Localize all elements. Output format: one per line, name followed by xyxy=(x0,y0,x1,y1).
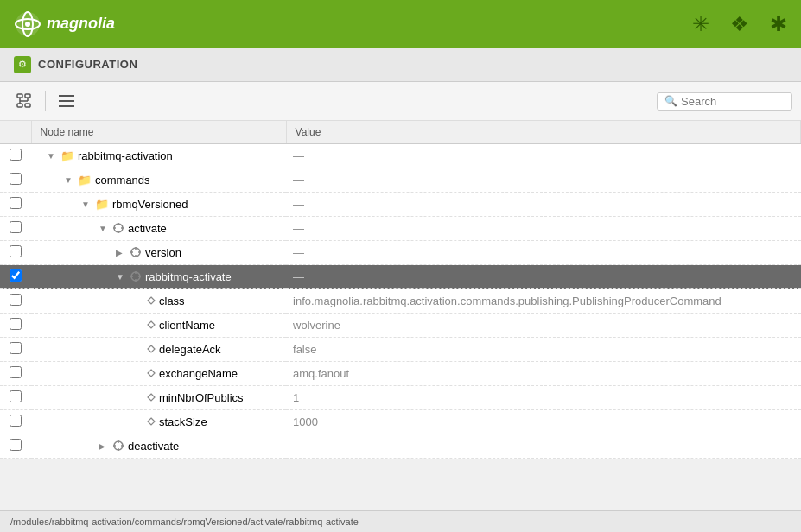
node-name-text: rabbitmq-activation xyxy=(78,149,173,162)
diamond-icon xyxy=(147,417,156,428)
node-name-cell[interactable]: 📁commands xyxy=(31,168,286,193)
node-name-cell[interactable]: delegateAck xyxy=(31,338,286,362)
node-name-cell[interactable]: minNbrOfPublics xyxy=(31,386,286,410)
svg-marker-30 xyxy=(148,297,155,304)
tree-table: Node name Value 📁rabbitmq-activation—📁co… xyxy=(0,121,801,459)
row-checkbox[interactable] xyxy=(10,318,22,330)
row-checkbox[interactable] xyxy=(10,197,22,209)
search-input[interactable] xyxy=(681,95,785,108)
asterisk-icon[interactable]: ✱ xyxy=(770,12,787,36)
row-checkbox[interactable] xyxy=(10,294,22,306)
diamond-icon xyxy=(147,345,156,355)
diamond-icon xyxy=(147,320,156,331)
table-row: rabbitmq-activate— xyxy=(0,265,801,289)
svg-rect-4 xyxy=(17,94,22,98)
value-cell: 1000 xyxy=(286,410,800,434)
expand-icon[interactable] xyxy=(99,441,109,451)
breadcrumb-label: CONFIGURATION xyxy=(38,58,137,71)
topbar: magnolia ✳ ❖ ✱ xyxy=(0,0,801,48)
table-row: classinfo.magnolia.rabbitmq.activation.c… xyxy=(0,289,801,314)
expand-icon[interactable] xyxy=(116,248,126,257)
node-name-cell[interactable]: version xyxy=(31,241,286,265)
node-name-text: clientName xyxy=(159,319,215,332)
node-name-cell[interactable]: stackSize xyxy=(31,410,286,434)
crosshair-icon xyxy=(112,222,124,236)
breadcrumb-bar: ⚙ CONFIGURATION xyxy=(0,48,801,82)
table-row: version— xyxy=(0,241,801,265)
node-name-text: activate xyxy=(128,222,167,235)
folder-icon: 📁 xyxy=(95,198,109,211)
svg-marker-34 xyxy=(148,394,155,401)
cross-icon[interactable]: ✳ xyxy=(692,12,709,36)
logo: magnolia xyxy=(14,10,115,38)
row-checkbox[interactable] xyxy=(10,221,22,233)
row-checkbox[interactable] xyxy=(10,173,22,185)
svg-point-3 xyxy=(25,22,30,27)
node-name-cell[interactable]: 📁rbmqVersioned xyxy=(31,193,286,217)
node-name-cell[interactable]: activate xyxy=(31,217,286,241)
node-name-cell[interactable]: rabbitmq-activate xyxy=(31,265,286,289)
node-name-cell[interactable]: 📁rabbitmq-activation xyxy=(31,144,286,168)
value-cell: — xyxy=(286,217,800,241)
value-cell: — xyxy=(286,434,800,459)
expand-icon[interactable] xyxy=(81,200,92,209)
expand-icon[interactable] xyxy=(64,175,74,185)
diamond-icon xyxy=(147,393,156,403)
node-name-text: stackSize xyxy=(159,415,207,428)
node-name-text: minNbrOfPublics xyxy=(159,391,244,404)
checkbox-col-header xyxy=(0,121,31,144)
node-name-text: commands xyxy=(95,174,150,187)
row-checkbox[interactable] xyxy=(10,149,22,161)
node-name-cell[interactable]: clientName xyxy=(31,314,286,338)
main-content: Node name Value 📁rabbitmq-activation—📁co… xyxy=(0,121,801,459)
row-checkbox[interactable] xyxy=(10,269,22,282)
toolbar-divider xyxy=(45,91,46,111)
crosshair-icon xyxy=(112,440,124,453)
table-row: delegateAckfalse xyxy=(0,338,801,362)
tree-view-button[interactable] xyxy=(10,87,38,115)
value-cell: false xyxy=(286,338,800,362)
value-cell: — xyxy=(286,193,800,217)
value-cell: 1 xyxy=(286,386,800,410)
row-checkbox[interactable] xyxy=(10,390,22,402)
menu-button[interactable] xyxy=(53,87,80,115)
row-checkbox[interactable] xyxy=(10,439,22,451)
node-name-cell[interactable]: exchangeName xyxy=(31,362,286,386)
diamond-icon xyxy=(147,296,156,307)
folder-icon: 📁 xyxy=(60,149,74,162)
crosshair-icon xyxy=(130,270,142,284)
value-cell: — xyxy=(286,168,800,193)
grid-icon[interactable]: ❖ xyxy=(730,12,749,36)
value-cell: amq.fanout xyxy=(286,362,800,386)
svg-rect-7 xyxy=(25,104,30,107)
expand-icon[interactable] xyxy=(99,224,109,233)
svg-marker-33 xyxy=(148,370,155,377)
folder-icon: 📁 xyxy=(78,174,92,187)
node-name-cell[interactable]: deactivate xyxy=(31,434,286,459)
row-checkbox[interactable] xyxy=(10,342,22,354)
row-checkbox[interactable] xyxy=(10,415,22,427)
value-cell: — xyxy=(286,241,800,265)
node-name-text: exchangeName xyxy=(159,367,238,380)
expand-icon[interactable] xyxy=(47,151,57,161)
row-checkbox[interactable] xyxy=(10,366,22,378)
table-row: exchangeNameamq.fanout xyxy=(0,362,801,386)
value-cell: info.magnolia.rabbitmq.activation.comman… xyxy=(286,289,800,314)
node-name-text: rbmqVersioned xyxy=(112,198,188,211)
node-name-cell[interactable]: class xyxy=(31,289,286,314)
table-row: clientNamewolverine xyxy=(0,314,801,338)
value-cell: — xyxy=(286,265,800,289)
svg-rect-6 xyxy=(17,104,22,107)
value-cell: wolverine xyxy=(286,314,800,338)
topbar-icons: ✳ ❖ ✱ xyxy=(692,12,787,36)
node-name-text: deactivate xyxy=(128,440,179,453)
crosshair-icon xyxy=(130,246,142,260)
node-name-text: class xyxy=(159,294,185,307)
row-checkbox[interactable] xyxy=(10,245,22,257)
expand-icon[interactable] xyxy=(116,272,126,282)
search-box[interactable]: 🔍 xyxy=(657,92,792,111)
svg-marker-31 xyxy=(148,321,155,328)
table-row: activate— xyxy=(0,217,801,241)
value-header: Value xyxy=(286,121,800,144)
node-name-text: rabbitmq-activate xyxy=(145,270,232,283)
